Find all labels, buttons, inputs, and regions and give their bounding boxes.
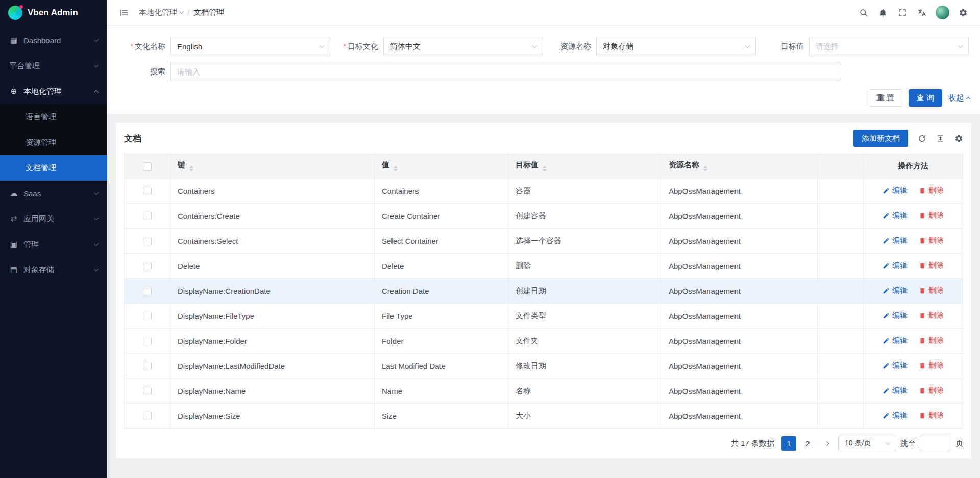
search-input[interactable]: [170, 62, 840, 81]
edit-button[interactable]: 编辑: [883, 386, 908, 395]
culture-select[interactable]: English: [170, 37, 330, 56]
cell-key: Containers:Create: [170, 204, 375, 229]
delete-button[interactable]: 删除: [919, 236, 944, 245]
chevron-down-icon: [532, 43, 537, 48]
column-header-key[interactable]: 键: [170, 154, 375, 179]
next-page-button[interactable]: [819, 436, 834, 451]
sidebar-subitem-language[interactable]: 语言管理: [0, 104, 107, 130]
gateway-icon: ⇄: [9, 214, 18, 223]
delete-button[interactable]: 删除: [919, 411, 944, 420]
fullscreen-icon[interactable]: [894, 4, 911, 21]
row-checkbox[interactable]: [143, 387, 152, 395]
trash-icon: [919, 237, 926, 244]
row-checkbox[interactable]: [143, 212, 152, 220]
edit-button[interactable]: 编辑: [883, 236, 908, 245]
sidebar-item-gateway[interactable]: ⇄ 应用网关: [0, 206, 107, 232]
resource-label: 资源名称: [543, 42, 596, 52]
edit-button[interactable]: 编辑: [883, 186, 908, 195]
query-button[interactable]: 查 询: [909, 89, 942, 107]
resource-select[interactable]: 对象存储: [596, 37, 756, 56]
delete-button[interactable]: 删除: [919, 286, 944, 295]
select-all-checkbox[interactable]: [143, 162, 152, 171]
collapse-link[interactable]: 收起: [948, 93, 970, 103]
sidebar-item-storage[interactable]: ▤ 对象存储: [0, 257, 107, 283]
sidebar-item-dashboard[interactable]: ▦ Dashboard: [0, 28, 107, 53]
row-checkbox[interactable]: [143, 237, 152, 245]
search-icon[interactable]: [855, 4, 872, 21]
edit-button[interactable]: 编辑: [883, 311, 908, 320]
filter-item-target-culture: *目标文化 简体中文: [330, 37, 543, 56]
table-row: DisplayName:Folder Folder 文件夹 AbpOssMana…: [125, 329, 963, 354]
edit-button[interactable]: 编辑: [883, 286, 908, 295]
trash-icon: [919, 187, 926, 194]
column-header-target[interactable]: 目标值: [508, 154, 662, 179]
edit-button[interactable]: 编辑: [883, 411, 908, 420]
cell-actions: 编辑 删除: [864, 354, 963, 379]
cell-target: 选择一个容器: [508, 229, 662, 254]
chevron-right-icon: [824, 441, 829, 446]
edit-button[interactable]: 编辑: [883, 261, 908, 270]
avatar[interactable]: [936, 6, 949, 19]
delete-button[interactable]: 删除: [919, 386, 944, 395]
row-checkbox[interactable]: [143, 337, 152, 345]
table-header-row: 键 值 目标值 资源名称 操作方法: [125, 154, 963, 179]
column-header-resource[interactable]: 资源名称: [662, 154, 818, 179]
translate-icon[interactable]: [913, 4, 930, 21]
breadcrumb-parent[interactable]: 本地化管理: [139, 8, 183, 17]
sidebar-item-management[interactable]: ▣ 管理: [0, 232, 107, 257]
menu-fold-icon[interactable]: [115, 4, 133, 21]
sidebar-item-saas[interactable]: ☁ Saas: [0, 181, 107, 206]
delete-button[interactable]: 删除: [919, 311, 944, 320]
settings-gear-icon[interactable]: [954, 134, 963, 143]
column-header-value[interactable]: 值: [375, 154, 508, 179]
filter-panel: *文化名称 English *目标文化 简体中文 资源名称: [107, 26, 980, 114]
row-checkbox[interactable]: [143, 362, 152, 370]
target-culture-select[interactable]: 简体中文: [383, 37, 543, 56]
pencil-icon: [883, 187, 890, 194]
table-row: Containers:Create Create Container 创建容器 …: [125, 204, 963, 229]
sidebar-subitem-document[interactable]: 文档管理: [0, 155, 107, 181]
page-size-value: 10 条/页: [845, 439, 871, 448]
sort-icons[interactable]: [703, 166, 707, 172]
delete-button[interactable]: 删除: [919, 361, 944, 370]
target-value-select[interactable]: 请选择: [809, 37, 969, 56]
chevron-down-icon: [886, 440, 891, 445]
refresh-icon[interactable]: [918, 134, 926, 143]
jump-label: 跳至: [900, 439, 916, 448]
cell-target: 大小: [508, 404, 662, 429]
reset-button[interactable]: 重 置: [869, 89, 902, 107]
dashboard-icon: ▦: [9, 36, 18, 45]
column-height-icon[interactable]: [936, 134, 945, 143]
logo[interactable]: Vben Admin: [0, 0, 107, 26]
sidebar-item-localization[interactable]: ⊕ 本地化管理: [0, 79, 107, 104]
page-button-1[interactable]: 1: [781, 436, 796, 451]
row-checkbox[interactable]: [143, 262, 152, 270]
bell-icon[interactable]: [874, 4, 892, 21]
row-checkbox[interactable]: [143, 412, 152, 420]
gear-icon[interactable]: [954, 4, 972, 21]
delete-button[interactable]: 删除: [919, 211, 944, 220]
vben-logo-icon: [8, 6, 22, 20]
page-button-2[interactable]: 2: [800, 436, 815, 451]
cell-value: Select Container: [375, 229, 508, 254]
cell-actions: 编辑 删除: [864, 279, 963, 304]
delete-button[interactable]: 删除: [919, 261, 944, 270]
sidebar-subitem-resource[interactable]: 资源管理: [0, 130, 107, 155]
sort-icons[interactable]: [394, 166, 398, 172]
sidebar-item-platform[interactable]: 平台管理: [0, 53, 107, 79]
delete-button[interactable]: 删除: [919, 336, 944, 345]
page-size-select[interactable]: 10 条/页: [838, 436, 896, 451]
add-document-button[interactable]: 添加新文档: [853, 130, 908, 147]
delete-button[interactable]: 删除: [919, 186, 944, 195]
row-checkbox[interactable]: [143, 287, 152, 295]
row-checkbox[interactable]: [143, 187, 152, 195]
cell-key: Containers: [170, 179, 375, 204]
pencil-icon: [883, 262, 890, 269]
jump-input[interactable]: [920, 436, 951, 451]
edit-button[interactable]: 编辑: [883, 211, 908, 220]
edit-button[interactable]: 编辑: [883, 336, 908, 345]
edit-button[interactable]: 编辑: [883, 361, 908, 370]
sort-icons[interactable]: [543, 166, 547, 172]
sort-icons[interactable]: [189, 166, 193, 172]
row-checkbox[interactable]: [143, 312, 152, 320]
